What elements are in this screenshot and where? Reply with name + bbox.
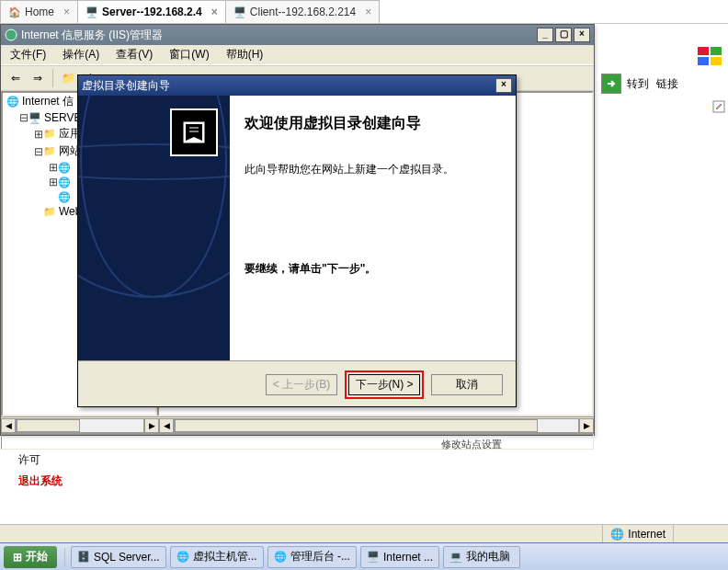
task-vhost[interactable]: 🌐虚拟主机管... bbox=[170, 546, 264, 568]
scroll-thumb[interactable] bbox=[175, 419, 538, 432]
internet-zone-icon: 🌐 bbox=[610, 528, 624, 541]
menu-help[interactable]: 帮助(H) bbox=[222, 47, 267, 63]
up-button[interactable]: 📁 bbox=[59, 69, 77, 87]
scroll-thumb[interactable] bbox=[17, 419, 80, 432]
go-label: 转到 bbox=[623, 76, 653, 92]
globe-icon: 🌐 bbox=[58, 176, 71, 188]
separator bbox=[52, 69, 53, 87]
task-iis[interactable]: 🖥️Internet ... bbox=[360, 546, 439, 568]
wizard-heading: 欢迎使用虚拟目录创建向导 bbox=[245, 114, 501, 133]
wizard-description: 此向导帮助您在网站上新建一个虚拟目录。 bbox=[245, 161, 501, 178]
tab-server[interactable]: 🖥️ Server--192.168.2.4 × bbox=[78, 0, 226, 23]
iis-task-icon: 🖥️ bbox=[367, 551, 380, 564]
tab-client[interactable]: 🖥️ Client--192.168.2.214 × bbox=[226, 0, 380, 23]
cancel-button[interactable]: 取消 bbox=[431, 374, 503, 395]
browser-tabstrip: 🏠 Home × 🖥️ Server--192.168.2.4 × 🖥️ Cli… bbox=[0, 0, 728, 24]
collapse-icon[interactable]: ⊟ bbox=[19, 111, 28, 124]
ie-icon: 🌐 bbox=[176, 551, 189, 564]
tab-label: Server--192.168.2.4 bbox=[102, 6, 202, 18]
iis-statusbar bbox=[1, 433, 594, 450]
globe-icon: 🌐 bbox=[58, 190, 71, 203]
bg-text-fragment: 修改站点设置 bbox=[441, 438, 502, 451]
wizard-banner bbox=[78, 96, 230, 360]
minimize-button[interactable]: _ bbox=[537, 28, 553, 42]
scroll-track[interactable] bbox=[16, 418, 144, 433]
task-mycomputer[interactable]: 💻我的电脑 bbox=[443, 546, 520, 568]
folder-icon: 📁 bbox=[43, 128, 56, 141]
svg-point-5 bbox=[6, 29, 17, 40]
scroll-left-button[interactable]: ◀ bbox=[1, 418, 16, 433]
folder-icon: 📁 bbox=[43, 205, 56, 218]
wizard-close-button[interactable]: × bbox=[495, 78, 512, 93]
sql-icon: 🗄️ bbox=[77, 551, 90, 564]
expand-icon[interactable]: ⊞ bbox=[34, 128, 43, 141]
next-button[interactable]: 下一步(N) > bbox=[348, 374, 420, 395]
bg-sidebar-links: 许可 退出系统 bbox=[18, 452, 63, 495]
tab-close-icon[interactable]: × bbox=[63, 6, 70, 18]
forward-button[interactable]: ⇒ bbox=[28, 69, 47, 87]
internet-icon: 🌐 bbox=[6, 96, 19, 108]
start-button[interactable]: ⊞ 开始 bbox=[4, 546, 57, 568]
expand-icon[interactable]: ⊞ bbox=[49, 176, 58, 188]
wizard-button-row: < 上一步(B) 下一步(N) > 取消 bbox=[78, 361, 516, 407]
windows-taskbar: ⊞ 开始 🗄️SQL Server... 🌐虚拟主机管... 🌐管理后台 -..… bbox=[0, 542, 728, 570]
tab-close-icon[interactable]: × bbox=[365, 6, 371, 18]
computer-icon: 💻 bbox=[449, 551, 462, 564]
back-button[interactable]: ⇐ bbox=[6, 69, 25, 87]
wizard-title-text: 虚拟目录创建向导 bbox=[82, 78, 170, 94]
wizard-continue-text: 要继续，请单击"下一步"。 bbox=[245, 260, 501, 278]
svg-rect-2 bbox=[698, 57, 709, 65]
tab-home[interactable]: 🏠 Home × bbox=[0, 0, 78, 23]
maximize-button[interactable]: ▢ bbox=[555, 28, 572, 42]
iis-title-text: Internet 信息服务 (IIS)管理器 bbox=[21, 28, 163, 43]
next-button-highlight: 下一步(N) > bbox=[345, 370, 424, 399]
tab-close-icon[interactable]: × bbox=[211, 6, 218, 18]
status-spacer bbox=[673, 525, 728, 542]
home-icon: 🏠 bbox=[8, 6, 21, 18]
virtual-directory-wizard: 虚拟目录创建向导 × 欢迎使用虚拟目录创建向导 此向导帮助您在网站上新建一个虚拟… bbox=[77, 74, 517, 407]
book-icon bbox=[170, 108, 218, 156]
globe-icon: 🌐 bbox=[58, 161, 71, 174]
svg-rect-0 bbox=[698, 47, 709, 55]
collapse-icon[interactable]: ⊟ bbox=[34, 145, 43, 158]
server-icon: 🖥️ bbox=[85, 6, 98, 18]
menu-action[interactable]: 操作(A) bbox=[59, 47, 103, 63]
go-button[interactable] bbox=[601, 74, 621, 94]
iis-menubar: 文件(F) 操作(A) 查看(V) 窗口(W) 帮助(H) bbox=[1, 45, 594, 65]
task-admin[interactable]: 🌐管理后台 -... bbox=[267, 546, 357, 568]
menu-view[interactable]: 查看(V) bbox=[112, 47, 156, 63]
expand-icon[interactable]: ⊞ bbox=[49, 161, 58, 174]
zone-indicator: 🌐 Internet bbox=[602, 525, 673, 542]
menu-window[interactable]: 窗口(W) bbox=[165, 47, 212, 63]
link-permit[interactable]: 许可 bbox=[18, 452, 63, 468]
task-sqlserver[interactable]: 🗄️SQL Server... bbox=[71, 546, 166, 568]
h-scrollbar-left: ◀ ▶ ◀ ▶ bbox=[1, 416, 594, 433]
back-button: < 上一步(B) bbox=[266, 374, 337, 395]
folder-icon: 📁 bbox=[43, 145, 56, 158]
client-icon: 🖥️ bbox=[233, 6, 246, 18]
links-label: 链接 bbox=[653, 76, 682, 92]
svg-rect-3 bbox=[711, 57, 722, 65]
bg-ie-toolbar: 转到 链接 bbox=[599, 72, 728, 96]
windows-logo-icon: ⊞ bbox=[13, 551, 22, 564]
edit-icon[interactable] bbox=[711, 99, 726, 114]
ie-icon: 🌐 bbox=[274, 551, 287, 564]
iis-icon bbox=[5, 28, 17, 41]
close-button[interactable]: × bbox=[574, 28, 590, 42]
server-node-icon: 🖥️ bbox=[28, 111, 41, 124]
iis-titlebar: Internet 信息服务 (IIS)管理器 _ ▢ × bbox=[1, 25, 594, 45]
ie-statusbar: 🌐 Internet bbox=[0, 524, 728, 542]
svg-rect-1 bbox=[711, 47, 722, 55]
scroll-left-button[interactable]: ◀ bbox=[159, 418, 174, 433]
menu-file[interactable]: 文件(F) bbox=[6, 47, 50, 63]
wizard-titlebar: 虚拟目录创建向导 × bbox=[78, 75, 516, 96]
link-exit[interactable]: 退出系统 bbox=[18, 473, 63, 489]
scroll-right-button[interactable]: ▶ bbox=[144, 418, 159, 433]
wizard-content: 欢迎使用虚拟目录创建向导 此向导帮助您在网站上新建一个虚拟目录。 要继续，请单击… bbox=[230, 96, 516, 360]
tab-label: Client--192.168.2.214 bbox=[250, 6, 356, 18]
scroll-right-button[interactable]: ▶ bbox=[579, 418, 594, 433]
tab-label: Home bbox=[25, 6, 54, 18]
separator bbox=[64, 548, 65, 566]
windows-flag-icon bbox=[697, 46, 724, 68]
scroll-track[interactable] bbox=[174, 418, 579, 433]
